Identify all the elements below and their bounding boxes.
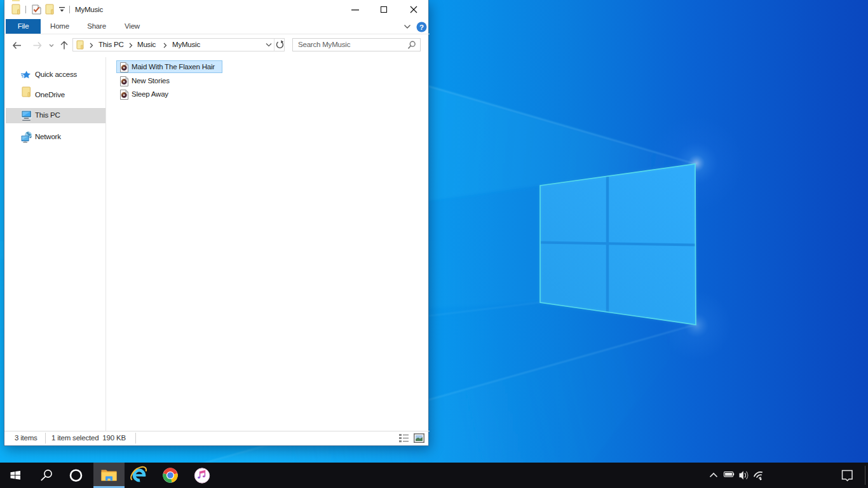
- svg-text:?: ?: [419, 24, 424, 31]
